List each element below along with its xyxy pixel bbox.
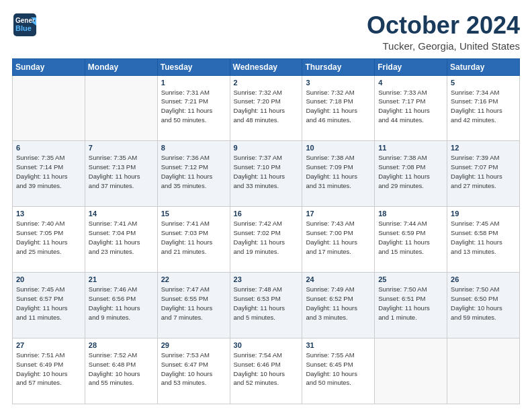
- day-info: Sunrise: 7:40 AM Sunset: 7:05 PM Dayligh…: [16, 219, 81, 256]
- day-number: 31: [306, 341, 371, 349]
- day-number: 28: [89, 341, 154, 349]
- day-info: Sunrise: 7:43 AM Sunset: 7:00 PM Dayligh…: [306, 219, 371, 256]
- calendar-cell: 4Sunrise: 7:33 AM Sunset: 7:17 PM Daylig…: [375, 75, 447, 141]
- calendar-cell: 25Sunrise: 7:50 AM Sunset: 6:51 PM Dayli…: [375, 273, 447, 338]
- calendar-cell: 26Sunrise: 7:50 AM Sunset: 6:50 PM Dayli…: [447, 273, 520, 338]
- day-number: 6: [16, 144, 81, 152]
- calendar-cell: 3Sunrise: 7:32 AM Sunset: 7:18 PM Daylig…: [302, 75, 375, 141]
- day-info: Sunrise: 7:45 AM Sunset: 6:58 PM Dayligh…: [451, 219, 516, 256]
- day-number: 8: [161, 144, 226, 152]
- day-number: 21: [89, 275, 154, 283]
- day-info: Sunrise: 7:52 AM Sunset: 6:48 PM Dayligh…: [89, 351, 154, 387]
- day-info: Sunrise: 7:50 AM Sunset: 6:51 PM Dayligh…: [378, 285, 443, 322]
- day-number: 19: [451, 210, 516, 218]
- day-info: Sunrise: 7:45 AM Sunset: 6:57 PM Dayligh…: [16, 285, 81, 322]
- day-number: 12: [451, 144, 516, 152]
- weekday-header-row: SundayMondayTuesdayWednesdayThursdayFrid…: [13, 58, 520, 75]
- day-number: 17: [306, 210, 371, 218]
- day-info: Sunrise: 7:33 AM Sunset: 7:17 PM Dayligh…: [378, 88, 443, 125]
- calendar-cell: 31Sunrise: 7:55 AM Sunset: 6:45 PM Dayli…: [302, 338, 375, 404]
- calendar-cell: 20Sunrise: 7:45 AM Sunset: 6:57 PM Dayli…: [13, 273, 85, 338]
- day-number: 1: [161, 79, 226, 87]
- day-info: Sunrise: 7:36 AM Sunset: 7:12 PM Dayligh…: [161, 153, 226, 190]
- day-info: Sunrise: 7:42 AM Sunset: 7:02 PM Dayligh…: [234, 219, 299, 256]
- day-number: 18: [378, 210, 443, 218]
- weekday-header-monday: Monday: [85, 58, 157, 75]
- header: General Blue October 2024 Tucker, Georgi…: [12, 12, 520, 52]
- day-number: 23: [234, 275, 299, 283]
- calendar-week-row: 27Sunrise: 7:51 AM Sunset: 6:49 PM Dayli…: [13, 338, 520, 404]
- calendar-cell: 23Sunrise: 7:48 AM Sunset: 6:53 PM Dayli…: [230, 273, 302, 338]
- day-info: Sunrise: 7:32 AM Sunset: 7:20 PM Dayligh…: [234, 88, 299, 125]
- calendar-cell: 15Sunrise: 7:41 AM Sunset: 7:03 PM Dayli…: [157, 207, 230, 273]
- calendar-week-row: 6Sunrise: 7:35 AM Sunset: 7:14 PM Daylig…: [13, 141, 520, 207]
- calendar-cell: [13, 75, 85, 141]
- calendar-cell: [447, 338, 520, 404]
- day-number: 20: [16, 275, 81, 283]
- calendar-cell: 29Sunrise: 7:53 AM Sunset: 6:47 PM Dayli…: [157, 338, 230, 404]
- calendar-week-row: 13Sunrise: 7:40 AM Sunset: 7:05 PM Dayli…: [13, 207, 520, 273]
- weekday-header-thursday: Thursday: [302, 58, 375, 75]
- day-info: Sunrise: 7:41 AM Sunset: 7:03 PM Dayligh…: [161, 219, 226, 256]
- calendar-cell: 10Sunrise: 7:38 AM Sunset: 7:09 PM Dayli…: [302, 141, 375, 207]
- calendar-cell: 6Sunrise: 7:35 AM Sunset: 7:14 PM Daylig…: [13, 141, 85, 207]
- day-info: Sunrise: 7:55 AM Sunset: 6:45 PM Dayligh…: [306, 351, 371, 387]
- day-info: Sunrise: 7:47 AM Sunset: 6:55 PM Dayligh…: [161, 285, 226, 322]
- page: General Blue October 2024 Tucker, Georgi…: [0, 0, 532, 411]
- calendar-cell: 8Sunrise: 7:36 AM Sunset: 7:12 PM Daylig…: [157, 141, 230, 207]
- day-info: Sunrise: 7:50 AM Sunset: 6:50 PM Dayligh…: [451, 285, 516, 322]
- calendar-cell: 13Sunrise: 7:40 AM Sunset: 7:05 PM Dayli…: [13, 207, 85, 273]
- day-number: 26: [451, 275, 516, 283]
- day-number: 24: [306, 275, 371, 283]
- calendar-cell: 2Sunrise: 7:32 AM Sunset: 7:20 PM Daylig…: [230, 75, 302, 141]
- day-number: 5: [451, 79, 516, 87]
- calendar-week-row: 20Sunrise: 7:45 AM Sunset: 6:57 PM Dayli…: [13, 273, 520, 338]
- day-number: 7: [89, 144, 154, 152]
- day-number: 14: [89, 210, 154, 218]
- day-info: Sunrise: 7:37 AM Sunset: 7:10 PM Dayligh…: [234, 153, 299, 190]
- day-number: 11: [378, 144, 443, 152]
- calendar-cell: 11Sunrise: 7:38 AM Sunset: 7:08 PM Dayli…: [375, 141, 447, 207]
- weekday-header-sunday: Sunday: [13, 58, 85, 75]
- day-info: Sunrise: 7:38 AM Sunset: 7:08 PM Dayligh…: [378, 153, 443, 190]
- calendar-cell: 9Sunrise: 7:37 AM Sunset: 7:10 PM Daylig…: [230, 141, 302, 207]
- logo: General Blue: [12, 12, 38, 38]
- weekday-header-saturday: Saturday: [447, 58, 520, 75]
- day-info: Sunrise: 7:34 AM Sunset: 7:16 PM Dayligh…: [451, 88, 516, 125]
- title-block: October 2024 Tucker, Georgia, United Sta…: [367, 12, 520, 52]
- calendar-cell: 12Sunrise: 7:39 AM Sunset: 7:07 PM Dayli…: [447, 141, 520, 207]
- calendar-cell: 27Sunrise: 7:51 AM Sunset: 6:49 PM Dayli…: [13, 338, 85, 404]
- calendar-cell: 22Sunrise: 7:47 AM Sunset: 6:55 PM Dayli…: [157, 273, 230, 338]
- day-number: 4: [378, 79, 443, 87]
- day-info: Sunrise: 7:39 AM Sunset: 7:07 PM Dayligh…: [451, 153, 516, 190]
- day-number: 22: [161, 275, 226, 283]
- calendar-cell: 16Sunrise: 7:42 AM Sunset: 7:02 PM Dayli…: [230, 207, 302, 273]
- calendar-cell: 14Sunrise: 7:41 AM Sunset: 7:04 PM Dayli…: [85, 207, 157, 273]
- calendar-cell: 21Sunrise: 7:46 AM Sunset: 6:56 PM Dayli…: [85, 273, 157, 338]
- day-number: 16: [234, 210, 299, 218]
- calendar-cell: 17Sunrise: 7:43 AM Sunset: 7:00 PM Dayli…: [302, 207, 375, 273]
- weekday-header-wednesday: Wednesday: [230, 58, 302, 75]
- day-number: 3: [306, 79, 371, 87]
- calendar-cell: 7Sunrise: 7:35 AM Sunset: 7:13 PM Daylig…: [85, 141, 157, 207]
- day-info: Sunrise: 7:48 AM Sunset: 6:53 PM Dayligh…: [234, 285, 299, 322]
- day-info: Sunrise: 7:54 AM Sunset: 6:46 PM Dayligh…: [234, 351, 299, 387]
- day-info: Sunrise: 7:32 AM Sunset: 7:18 PM Dayligh…: [306, 88, 371, 125]
- day-number: 2: [234, 79, 299, 87]
- day-number: 13: [16, 210, 81, 218]
- weekday-header-friday: Friday: [375, 58, 447, 75]
- calendar-cell: 1Sunrise: 7:31 AM Sunset: 7:21 PM Daylig…: [157, 75, 230, 141]
- calendar-cell: 18Sunrise: 7:44 AM Sunset: 6:59 PM Dayli…: [375, 207, 447, 273]
- calendar-week-row: 1Sunrise: 7:31 AM Sunset: 7:21 PM Daylig…: [13, 75, 520, 141]
- calendar-cell: 30Sunrise: 7:54 AM Sunset: 6:46 PM Dayli…: [230, 338, 302, 404]
- day-info: Sunrise: 7:49 AM Sunset: 6:52 PM Dayligh…: [306, 285, 371, 322]
- location: Tucker, Georgia, United States: [367, 40, 520, 52]
- day-number: 10: [306, 144, 371, 152]
- day-number: 9: [234, 144, 299, 152]
- day-info: Sunrise: 7:44 AM Sunset: 6:59 PM Dayligh…: [378, 219, 443, 256]
- day-info: Sunrise: 7:31 AM Sunset: 7:21 PM Dayligh…: [161, 88, 226, 125]
- day-number: 15: [161, 210, 226, 218]
- calendar-cell: [85, 75, 157, 141]
- day-info: Sunrise: 7:38 AM Sunset: 7:09 PM Dayligh…: [306, 153, 371, 190]
- logo-icon: General Blue: [12, 12, 38, 38]
